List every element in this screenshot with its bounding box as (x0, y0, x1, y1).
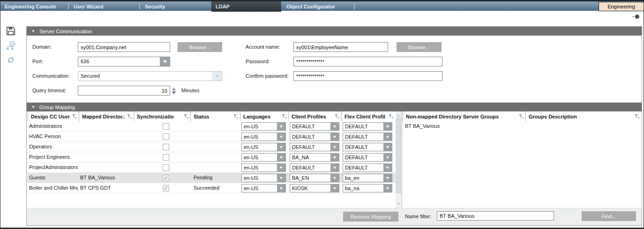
client-profile-dropdown[interactable]: BA_NA (290, 153, 339, 162)
chevron-down-icon[interactable] (277, 123, 285, 130)
vertical-scrollbar[interactable] (396, 111, 402, 208)
sync-checkbox[interactable] (163, 123, 169, 130)
column-header-synchronization[interactable]: Synchronizatio (134, 111, 190, 121)
column-header-groups-description[interactable]: Groups Description (525, 111, 641, 121)
chevron-down-icon[interactable] (383, 143, 392, 151)
client-profile-dropdown[interactable]: KIOSK (290, 184, 339, 192)
chevron-down-icon[interactable] (330, 133, 339, 140)
column-header-languages[interactable]: Languages (240, 111, 288, 121)
chevron-down-icon[interactable] (330, 174, 339, 182)
filter-icon[interactable] (233, 114, 239, 119)
filter-icon[interactable] (281, 114, 287, 119)
table-row[interactable]: Guests BT BA_Various Pending en-US BA_EN… (27, 173, 396, 183)
network-check-icon[interactable] (6, 41, 17, 51)
flex-profile-dropdown[interactable]: DEFAULT (343, 133, 392, 141)
table-row[interactable]: Operators en-US DEFAULT DEFAULT (27, 142, 396, 152)
domain-input[interactable] (78, 42, 170, 52)
engineering-mode-button[interactable]: Engineering (599, 2, 644, 11)
chevron-down-icon[interactable] (160, 57, 170, 66)
server-communication-header[interactable]: ▼ Server Communication (27, 27, 642, 36)
find-button[interactable]: Find... (582, 211, 636, 221)
table-row[interactable]: Project Engineers en-US BA_NA DEFAULT (27, 152, 396, 163)
chevron-down-icon[interactable] (383, 133, 392, 140)
chevron-down-icon[interactable] (277, 143, 285, 151)
flex-profile-dropdown[interactable]: ba_na (343, 184, 392, 192)
client-profile-dropdown[interactable]: DEFAULT (290, 143, 339, 151)
client-profile-dropdown[interactable]: DEFAULT (290, 163, 339, 172)
flex-profile-dropdown[interactable]: DEFAULT (343, 163, 392, 172)
filter-icon[interactable] (72, 114, 77, 119)
flex-profile-dropdown[interactable]: DEFAULT (343, 122, 392, 131)
name-filter-input[interactable] (437, 211, 554, 221)
language-dropdown[interactable]: en-US (241, 153, 286, 162)
chevron-down-icon[interactable] (383, 164, 392, 171)
chevron-down-icon[interactable] (383, 174, 392, 182)
column-header-mapped-directory[interactable]: Mapped Directory △ (79, 111, 134, 121)
language-dropdown[interactable]: en-US (241, 133, 286, 141)
account-browse-button[interactable]: Browse... (397, 42, 442, 52)
nonmapped-group-row[interactable]: BT BA_Various (403, 121, 641, 132)
column-header-user-group[interactable]: Desigo CC User ( (28, 111, 79, 121)
language-dropdown[interactable]: en-US (241, 122, 286, 131)
chevron-down-icon[interactable] (277, 154, 285, 161)
table-row[interactable]: ProjectAdministrators en-US DEFAULT DEFA… (27, 163, 396, 173)
account-name-input[interactable] (293, 42, 388, 52)
scrollbar-thumb[interactable] (396, 118, 401, 193)
chevron-down-icon[interactable] (383, 185, 392, 192)
filter-icon[interactable] (388, 114, 394, 119)
client-profile-dropdown[interactable]: DEFAULT (290, 122, 339, 131)
filter-icon[interactable] (334, 114, 340, 119)
port-combobox[interactable]: 636 (78, 57, 170, 66)
query-timeout-input[interactable] (78, 86, 170, 96)
confirm-password-input[interactable] (293, 71, 442, 81)
password-input[interactable] (293, 57, 442, 66)
sync-checkbox[interactable] (163, 185, 169, 192)
chevron-down-icon[interactable] (277, 174, 285, 182)
column-header-nonmapped-groups[interactable]: Non-mapped Directory Server Groups (403, 111, 525, 121)
chevron-down-icon[interactable] (330, 154, 339, 161)
chevron-down-icon[interactable] (277, 164, 285, 171)
remove-mapping-button[interactable]: Remove Mapping (343, 212, 398, 222)
up-down-spinner-icon[interactable] (171, 86, 177, 96)
language-dropdown[interactable]: en-US (241, 163, 286, 172)
column-header-client-profiles[interactable]: Client Profiles (288, 111, 341, 121)
flex-profile-dropdown[interactable]: DEFAULT (343, 153, 392, 162)
table-row[interactable]: Administrators en-US DEFAULT DEFAULT (27, 121, 396, 132)
sync-checkbox[interactable] (163, 144, 169, 150)
pin-icon[interactable] (632, 15, 639, 19)
chevron-down-icon[interactable] (330, 123, 339, 130)
group-mapping-header[interactable]: ▼ Group Mapping (27, 103, 642, 111)
tab-object-configurator[interactable]: Object Configurator (282, 1, 355, 12)
communication-combobox[interactable]: Secured (78, 71, 222, 81)
column-header-status[interactable]: Status (190, 111, 240, 121)
tab-ldap[interactable]: LDAP (211, 1, 281, 12)
filter-icon[interactable] (634, 114, 640, 119)
chevron-down-icon[interactable] (330, 164, 339, 171)
table-row[interactable]: HVAC Person en-US DEFAULT DEFAULT (27, 132, 396, 142)
domain-browse-button[interactable]: Browse... (178, 42, 222, 52)
client-profile-dropdown[interactable]: BA_EN (290, 174, 339, 182)
chevron-down-icon[interactable] (383, 154, 392, 161)
chevron-down-icon[interactable] (330, 185, 339, 192)
tab-engineering-console[interactable]: Engineering Console (0, 1, 69, 12)
client-profile-dropdown[interactable]: DEFAULT (290, 133, 339, 141)
chevron-down-icon[interactable] (277, 133, 285, 140)
sync-checkbox[interactable] (163, 164, 169, 171)
language-dropdown[interactable]: en-US (241, 143, 286, 151)
column-header-flex-client-profiles[interactable]: Flex Client Profil (341, 111, 395, 121)
flex-profile-dropdown[interactable]: ba_en (343, 174, 392, 182)
tab-user-wizard[interactable]: User Wizard (69, 1, 140, 12)
language-dropdown[interactable]: en-US (241, 174, 286, 182)
filter-icon[interactable] (518, 114, 524, 119)
chevron-down-icon[interactable] (383, 123, 392, 130)
sync-checkbox[interactable] (163, 175, 169, 181)
sync-checkbox[interactable] (163, 133, 169, 140)
sync-checkbox[interactable] (163, 154, 169, 161)
chevron-down-icon[interactable] (330, 143, 339, 151)
filter-icon[interactable] (183, 114, 189, 119)
table-row[interactable]: Boiler and Chiller Mng BT CPS GDT Succee… (27, 183, 396, 193)
filter-icon[interactable] (127, 114, 132, 119)
flex-profile-dropdown[interactable]: DEFAULT (343, 143, 392, 151)
chevron-down-icon[interactable] (277, 185, 285, 192)
save-icon[interactable] (6, 26, 17, 37)
